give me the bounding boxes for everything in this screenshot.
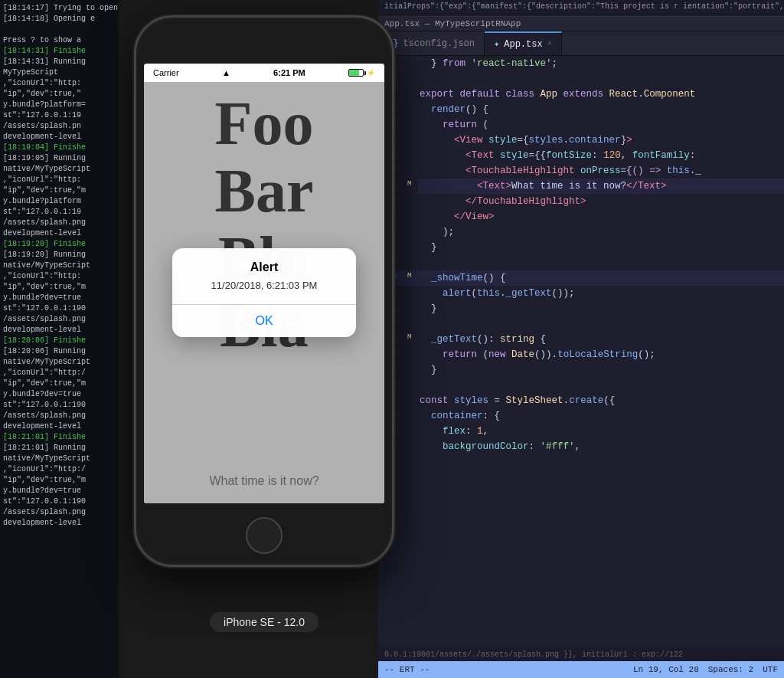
terminal-line: [18:14:18] Opening e (3, 14, 116, 25)
alert-message: 11/20/2018, 6:21:03 PM (188, 279, 341, 293)
code-line-16: 16 ); (378, 224, 784, 240)
terminal-line: [18:14:31] Running (3, 57, 116, 67)
wifi-icon: ▲ (222, 68, 230, 77)
terminal-line: development-level (3, 325, 116, 336)
terminal-line: [18:20:06] Finishe (3, 336, 116, 346)
iphone-screen: Carrier ▲ 6:21 PM ⚡ Foo Bar Blu Bla (144, 64, 384, 503)
app-content[interactable]: Foo Bar Blu Bla What time is it now? Ale… (144, 82, 384, 503)
tab-label: App.tsx (504, 39, 542, 50)
terminal-line: y.bundle?platform= (3, 100, 116, 110)
terminal-line: /assets/splash.png (3, 411, 116, 421)
alert-title: Alert (188, 260, 341, 274)
terminal-line: y.bundle?dev=true (3, 293, 116, 303)
code-line-25: 25 } (378, 362, 784, 378)
terminal-line: "ip","dev":true,"m (3, 378, 116, 389)
tab-close-icon[interactable]: × (547, 40, 552, 48)
terminal-line: development-level (3, 518, 116, 529)
terminal-line: ,"iconUrl":"http:/ (3, 368, 116, 378)
terminal-line: ,"iconUrl":"http: (3, 78, 116, 89)
spaces-info: Spaces: 2 (708, 665, 753, 674)
terminal-line: [18:19:05] Running (3, 153, 116, 164)
terminal-line: st":"127.0.0.1:190 (3, 400, 116, 411)
terminal-output: [18:14:17] Trying to open the project in… (0, 0, 119, 532)
tsx-icon: ✦ (494, 38, 499, 50)
code-line-29: 29 flex: 1, (378, 424, 784, 439)
terminal-line: native/MyTypeScript (3, 260, 116, 271)
terminal-line: /assets/splash.png (3, 218, 116, 228)
charging-icon: ⚡ (367, 69, 375, 77)
terminal-line (3, 25, 116, 35)
code-line-14: 14 </TouchableHighlight> (378, 194, 784, 209)
editor-top-bar: itialProps":{"exp":{"manifest":{"descrip… (378, 0, 784, 17)
code-line-6: 6 (378, 71, 784, 87)
vim-mode: -- ERT -- (384, 665, 430, 674)
status-right: ⚡ (348, 69, 375, 77)
editor-tabs[interactable]: {} tsconfig.json ✦ App.tsx × (378, 31, 784, 56)
code-line-7: 7 export default class App extends React… (378, 87, 784, 102)
code-line-18: 18 (378, 255, 784, 270)
iphone-time: 6:21 PM (273, 68, 305, 77)
iphone-home-button[interactable] (246, 517, 283, 554)
terminal-line: [18:14:31] Finishe (3, 46, 116, 57)
terminal-line: native/MyTypeScript (3, 164, 116, 175)
cursor-position: Ln 19, Col 28 (633, 665, 699, 674)
alert-ok-button[interactable]: OK (188, 305, 341, 337)
code-line-13: 13 M <Text>What time is it now?</Text> (378, 179, 784, 194)
terminal-line: "ip","dev":true,"m (3, 475, 116, 486)
code-line-27: 27 const styles = StyleSheet.create({ (378, 393, 784, 408)
iphone-notch (218, 31, 310, 42)
terminal-line: /assets/splash.pn (3, 121, 116, 132)
code-line-17: 17 } (378, 240, 784, 255)
code-line-5: 5 } from 'react-native'; (378, 56, 784, 71)
iphone-device: Carrier ▲ 6:21 PM ⚡ Foo Bar Blu Bla (119, 15, 410, 598)
device-label: iPhone SE - 12.0 (210, 612, 318, 632)
code-line-12: 12 <TouchableHighlight onPress={() => th… (378, 163, 784, 179)
iphone-body: Carrier ▲ 6:21 PM ⚡ Foo Bar Blu Bla (134, 15, 394, 567)
code-line-23: 23 M _getText(): string { (378, 332, 784, 347)
terminal-line: [18:20:06] Running (3, 346, 116, 357)
code-line-9: 9 return ( (378, 117, 784, 133)
code-line-30: 30 backgroundColor: '#fff', (378, 439, 784, 454)
terminal-line: Press ? to show a (3, 35, 116, 46)
terminal-line: y.bundle?platform (3, 196, 116, 207)
code-line-11: 11 <Text style={{fontSize: 120, fontFami… (378, 148, 784, 163)
terminal-line: st":"127.0.0.1:19 (3, 207, 116, 218)
terminal-line: MyTypeScript (3, 67, 116, 78)
terminal-line: st":"127.0.0.1:190 (3, 303, 116, 314)
code-line-24: 24 return (new Date()).toLocaleString(); (378, 347, 784, 362)
terminal-line: ,"iconUrl":"http:/ (3, 464, 116, 475)
alert-dialog: Alert 11/20/2018, 6:21:03 PM OK (172, 248, 356, 336)
code-line-8: 8 render() { (378, 102, 784, 117)
terminal-line: [18:19:20] Finishe (3, 239, 116, 250)
terminal-line: "ip","dev":true,"m (3, 185, 116, 196)
code-line-26: 26 (378, 378, 784, 393)
editor-status-bar: -- ERT -- Ln 19, Col 28 Spaces: 2 UTF (378, 661, 784, 678)
terminal-line: st":"127.0.0.1:19 (3, 110, 116, 121)
editor-bottom-bar: 0.0.1:19001/assets/./assets/splash.png }… (378, 647, 784, 661)
terminal-line: "ip","dev":true,"m (3, 282, 116, 293)
terminal-line: "ip","dev":true," (3, 89, 116, 100)
terminal-line: ,"iconUrl":"http: (3, 175, 116, 185)
editor-title-bar: App.tsx — MyTypeScriptRNApp (378, 17, 784, 31)
code-line-28: 28 container: { (378, 408, 784, 424)
terminal-panel: [18:14:17] Trying to open the project in… (0, 0, 119, 678)
battery-fill (349, 70, 360, 76)
terminal-line: native/MyTypeScript (3, 357, 116, 368)
battery-icon (348, 69, 364, 77)
editor-panel: itialProps":{"exp":{"manifest":{"descrip… (378, 0, 784, 678)
terminal-line: [18:21:01] Finishe (3, 432, 116, 443)
terminal-line: development-level (3, 421, 116, 432)
code-line-22: 22 (378, 316, 784, 332)
terminal-line: y.bundle?dev=true (3, 486, 116, 496)
terminal-line: [18:19:04] Finishe (3, 142, 116, 153)
terminal-line: native/MyTypeScript (3, 454, 116, 464)
code-editor[interactable]: 5 } from 'react-native'; 6 7 export defa… (378, 56, 784, 454)
alert-overlay: Alert 11/20/2018, 6:21:03 PM OK (144, 82, 384, 503)
tab-app-tsx[interactable]: ✦ App.tsx × (485, 31, 562, 55)
terminal-line: [18:21:01] Running (3, 443, 116, 454)
code-line-15: 15 </View> (378, 209, 784, 224)
terminal-line: development-level (3, 228, 116, 239)
terminal-line: development-level (3, 132, 116, 142)
terminal-line: /assets/splash.png (3, 314, 116, 325)
terminal-line: [18:14:17] Trying to open the project in… (3, 3, 116, 14)
